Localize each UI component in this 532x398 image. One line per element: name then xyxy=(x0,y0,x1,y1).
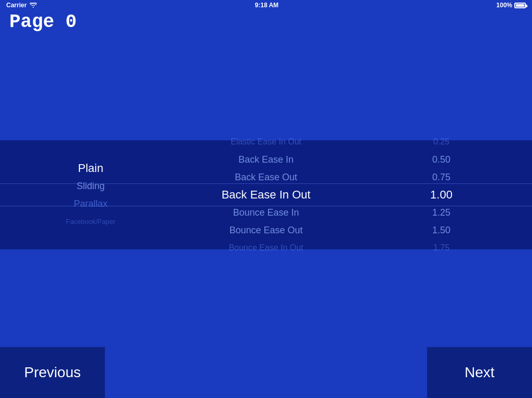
picker-item-bounce-ease-in-out[interactable]: Bounce Ease In Out xyxy=(149,239,383,257)
picker-item-facebook[interactable]: Facebook/Paper xyxy=(32,213,149,230)
picker-item-elastic-ease-in-out[interactable]: Elastic Ease In Out xyxy=(149,133,383,151)
picker-item-parallax[interactable]: Parallax xyxy=(32,195,149,213)
next-label: Next xyxy=(464,364,495,381)
picker-columns: Plain Sliding Parallax Facebook/Paper El… xyxy=(32,133,500,257)
svg-point-0 xyxy=(33,7,34,8)
picker-item-0-75[interactable]: 0.75 xyxy=(383,168,500,186)
picker-item-plain[interactable]: Plain xyxy=(32,160,149,177)
battery-icon xyxy=(514,3,526,8)
picker-col-value: 0.25 0.50 0.75 1.00 1.25 1.50 1.75 xyxy=(383,133,500,257)
picker-col-transition-type: Plain Sliding Parallax Facebook/Paper xyxy=(32,160,149,230)
status-right: 100% xyxy=(496,2,526,9)
picker-item-back-ease-in[interactable]: Back Ease In xyxy=(149,151,383,168)
battery-percentage: 100% xyxy=(496,2,512,9)
page-title: Page 0 xyxy=(9,11,77,33)
picker-item-sliding[interactable]: Sliding xyxy=(32,177,149,195)
picker-item-1-00[interactable]: 1.00 xyxy=(383,186,500,204)
picker-item-1-75[interactable]: 1.75 xyxy=(383,239,500,257)
picker-item-back-ease-out[interactable]: Back Ease Out xyxy=(149,168,383,186)
picker-item-bounce-ease-in[interactable]: Bounce Ease In xyxy=(149,204,383,221)
status-left: Carrier xyxy=(6,2,37,9)
picker-item-0-50[interactable]: 0.50 xyxy=(383,151,500,168)
picker-item-1-25[interactable]: 1.25 xyxy=(383,204,500,221)
previous-button[interactable]: Previous xyxy=(0,347,105,398)
next-button[interactable]: Next xyxy=(427,347,532,398)
carrier-label: Carrier xyxy=(6,2,26,9)
picker-item-back-ease-in-out[interactable]: Back Ease In Out xyxy=(149,186,383,204)
status-time: 9:18 AM xyxy=(255,2,279,9)
picker-item-1-50[interactable]: 1.50 xyxy=(383,221,500,239)
nav-buttons: Previous Next xyxy=(0,347,532,398)
picker-item-0-25[interactable]: 0.25 xyxy=(383,133,500,151)
picker-item-bounce-ease-out[interactable]: Bounce Ease Out xyxy=(149,221,383,239)
picker-col-animation: Elastic Ease In Out Back Ease In Back Ea… xyxy=(149,133,383,257)
status-bar: Carrier 9:18 AM 100% xyxy=(0,0,532,10)
wifi-icon xyxy=(30,3,37,8)
picker-panel: Plain Sliding Parallax Facebook/Paper El… xyxy=(0,140,532,249)
previous-label: Previous xyxy=(24,364,81,381)
